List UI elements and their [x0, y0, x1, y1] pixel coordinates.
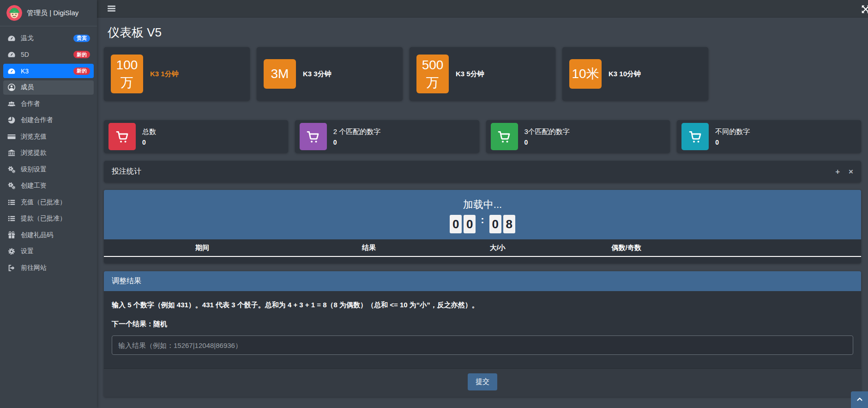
cart-icon — [491, 123, 518, 150]
pie-chart-icon — [7, 116, 16, 125]
adjust-result-panel: 调整结果 输入 5 个数字（例如 431）。431 代表 3 个骰子。总和为 4… — [104, 271, 861, 397]
stat-label: K3 5分钟 — [456, 70, 484, 79]
sidebar-item-create-partner[interactable]: 创建合作者 — [3, 113, 94, 128]
sidebar-item-create-giftcode[interactable]: 创建礼品码 — [3, 228, 94, 242]
content: 仪表板 V5 100万 K3 1分钟 3M K3 3分钟 500万 K3 5分钟… — [97, 18, 868, 397]
sidebar-item-label: 温戈 — [21, 34, 34, 43]
sidebar-item-label: 创建礼品码 — [21, 231, 53, 239]
sidebar-item-wenge[interactable]: 温戈 贵宾 — [3, 31, 94, 45]
sidebar-item-recharge-approved[interactable]: 充值（已批准） — [3, 195, 94, 209]
loading-text: 加载中... — [104, 198, 861, 212]
submit-button[interactable]: 提交 — [468, 373, 497, 390]
count-value: 0 — [524, 139, 570, 146]
count-value: 0 — [333, 139, 381, 146]
countdown-digit: 0 — [489, 215, 501, 233]
sidebar-item-browse-withdraw[interactable]: 浏览提款 — [3, 146, 94, 160]
sidebar-item-label: 创建合作者 — [21, 116, 53, 124]
sidebar-item-label: 提款（已批准） — [21, 214, 66, 223]
column-result: 结果 — [301, 244, 437, 252]
close-icon[interactable]: × — [849, 168, 853, 176]
column-big-small: 大/小 — [437, 244, 558, 252]
stat-card-k3-1min[interactable]: 100万 K3 1分钟 — [104, 47, 250, 101]
sidebar-item-withdraw-approved[interactable]: 提款（已批准） — [3, 212, 94, 226]
empty-table-row — [104, 257, 861, 263]
new-badge: 新的 — [73, 67, 90, 75]
page-title: 仪表板 V5 — [104, 18, 861, 47]
sidebar: 管理员 | DigiSlay 温戈 贵宾 5D 新的 K3 新的 成员 合作者 — [0, 0, 97, 408]
stat-value-box: 500万 — [416, 55, 449, 93]
avatar[interactable] — [6, 5, 22, 21]
sidebar-item-k3[interactable]: K3 新的 — [3, 64, 94, 78]
sidebar-item-label: 级别设置 — [21, 165, 47, 174]
cart-icon — [108, 123, 136, 150]
cart-icon — [681, 123, 709, 150]
main-area: 仪表板 V5 100万 K3 1分钟 3M K3 3分钟 500万 K3 5分钟… — [97, 0, 868, 408]
sidebar-item-goto-website[interactable]: 前往网站 — [3, 261, 94, 275]
sidebar-item-label: 合作者 — [21, 100, 40, 108]
count-card-row: 总数0 2 个匹配的数字0 3个匹配的数字0 不同的数字0 — [104, 120, 861, 153]
count-label: 2 个匹配的数字 — [333, 128, 381, 136]
sidebar-item-label: 充值（已批准） — [21, 198, 66, 207]
collapse-plus-icon[interactable]: + — [835, 168, 840, 176]
countdown-digit: 0 — [450, 215, 462, 233]
sidebar-item-label: 设置 — [21, 247, 34, 256]
sidebar-item-5d[interactable]: 5D 新的 — [3, 48, 94, 62]
count-card-3-match[interactable]: 3个匹配的数字0 — [486, 120, 670, 153]
cogs-icon — [7, 182, 16, 190]
tachometer-icon — [7, 50, 16, 59]
adjust-result-title: 调整结果 — [104, 271, 861, 291]
menu-toggle-icon[interactable] — [108, 6, 115, 12]
loading-banner: 加载中... 0 0 : 0 8 — [104, 190, 861, 239]
results-table-header: 期间 结果 大/小 偶数/奇数 — [104, 239, 861, 256]
sidebar-item-level-settings[interactable]: 级别设置 — [3, 162, 94, 177]
cog-icon — [7, 247, 16, 256]
next-result-label: 下一个结果：随机 — [112, 320, 853, 329]
sidebar-item-label: 5D — [21, 51, 29, 58]
stat-card-k3-3min[interactable]: 3M K3 3分钟 — [257, 47, 403, 101]
sidebar-item-label: 成员 — [21, 83, 34, 91]
topbar — [97, 0, 868, 18]
bet-stats-title: 投注统计 — [112, 167, 141, 177]
countdown-separator: : — [481, 215, 484, 225]
adjust-result-footer: 提交 — [104, 368, 861, 397]
sidebar-item-members[interactable]: 成员 — [3, 80, 94, 95]
user-name[interactable]: 管理员 | DigiSlay — [27, 9, 78, 18]
count-label: 不同的数字 — [715, 128, 750, 136]
column-period: 期间 — [104, 244, 301, 252]
tachometer-icon — [7, 67, 16, 75]
chevron-up-icon — [856, 395, 864, 405]
result-input[interactable] — [112, 335, 853, 355]
user-circle-icon — [7, 83, 16, 92]
sidebar-item-label: K3 — [21, 67, 29, 75]
scroll-to-top-button[interactable] — [851, 391, 868, 408]
instruction-text: 输入 5 个数字（例如 431）。431 代表 3 个骰子。总和为 4 + 3 … — [112, 301, 853, 310]
sidebar-item-label: 浏览充值 — [21, 133, 47, 141]
sidebar-item-browse-recharge[interactable]: 浏览充值 — [3, 129, 94, 144]
sidebar-item-create-salary[interactable]: 创建工资 — [3, 179, 94, 193]
stat-card-k3-10min[interactable]: 10米 K3 10分钟 — [562, 47, 708, 101]
new-badge: 新的 — [73, 51, 90, 58]
count-card-2-match[interactable]: 2 个匹配的数字0 — [295, 120, 479, 153]
fullscreen-icon[interactable] — [861, 4, 868, 14]
count-card-different[interactable]: 不同的数字0 — [677, 120, 861, 153]
countdown-digit: 8 — [503, 215, 515, 233]
count-card-total[interactable]: 总数0 — [104, 120, 288, 153]
sidebar-item-partners[interactable]: 合作者 — [3, 97, 94, 111]
sidebar-item-label: 浏览提款 — [21, 149, 47, 157]
stat-label: K3 3分钟 — [303, 70, 332, 79]
stat-value-box: 10米 — [569, 59, 602, 89]
adjust-result-body: 输入 5 个数字（例如 431）。431 代表 3 个骰子。总和为 4 + 3 … — [104, 291, 861, 368]
count-label: 总数 — [142, 128, 156, 136]
sidebar-item-settings[interactable]: 设置 — [3, 244, 94, 259]
column-even-odd: 偶数/奇数 — [558, 244, 694, 252]
list-icon — [7, 214, 16, 223]
stat-label: K3 1分钟 — [150, 70, 179, 79]
sidebar-menu: 温戈 贵宾 5D 新的 K3 新的 成员 合作者 创建合作者 浏览充值 — [0, 26, 97, 282]
bet-stats-body: 加载中... 0 0 : 0 8 期间 结果 大/小 偶数/奇数 — [104, 190, 861, 263]
user-panel: 管理员 | DigiSlay — [0, 0, 97, 26]
tachometer-icon — [7, 34, 16, 43]
list-icon — [7, 198, 16, 207]
stat-card-k3-5min[interactable]: 500万 K3 5分钟 — [410, 47, 555, 101]
cart-icon — [300, 123, 327, 150]
bet-stats-header: 投注统计 + × — [104, 161, 861, 183]
